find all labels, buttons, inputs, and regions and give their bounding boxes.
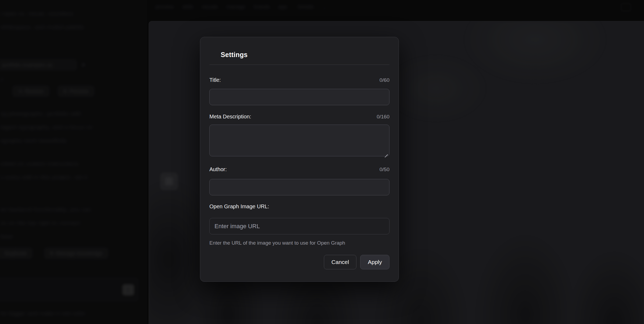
og-field-row: Open Graph Image URL: — [209, 203, 389, 210]
modal-title: Settings — [221, 51, 389, 59]
title-input[interactable] — [209, 89, 389, 105]
author-input[interactable] — [209, 179, 389, 195]
divider — [209, 65, 389, 65]
modal-actions: Cancel Apply — [209, 255, 389, 269]
meta-description-counter: 0/160 — [377, 114, 389, 120]
apply-button[interactable]: Apply — [360, 255, 389, 269]
og-image-url-input[interactable] — [209, 218, 389, 234]
meta-field-row: Meta Description: 0/160 — [209, 113, 389, 120]
og-helper-text: Enter the URL of the image you want to u… — [209, 240, 389, 246]
app-screen: preview skills visuals manage brands app… — [0, 0, 644, 324]
author-label: Author: — [209, 166, 227, 173]
title-field-row: Title: 0/60 — [209, 76, 389, 83]
meta-description-wrap — [209, 125, 389, 156]
meta-description-textarea[interactable] — [209, 125, 389, 156]
meta-description-label: Meta Description: — [209, 113, 251, 120]
cancel-button[interactable]: Cancel — [324, 255, 356, 269]
title-counter: 0/60 — [380, 77, 389, 83]
settings-modal: Settings Title: 0/60 Meta Description: 0… — [200, 37, 399, 282]
author-counter: 0/50 — [380, 167, 389, 172]
og-image-url-label: Open Graph Image URL: — [209, 203, 269, 210]
author-field-row: Author: 0/50 — [209, 166, 389, 173]
title-label: Title: — [209, 76, 221, 83]
